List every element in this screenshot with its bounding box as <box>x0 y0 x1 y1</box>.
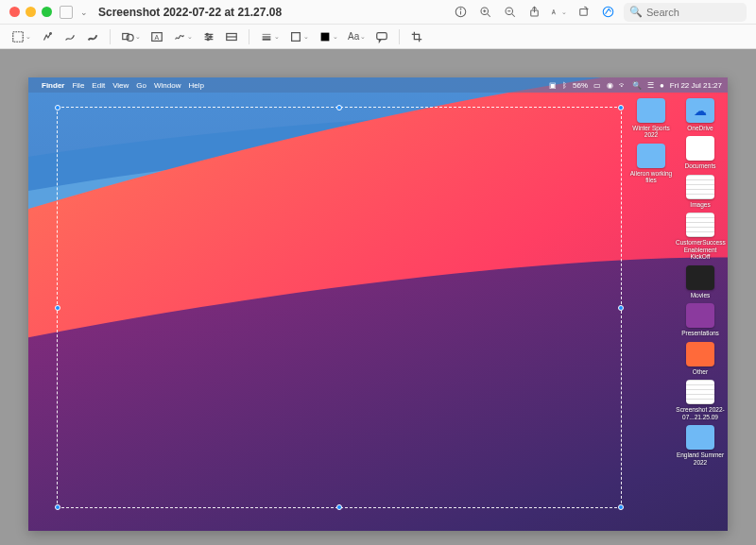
svg-rect-32 <box>377 32 387 39</box>
shapes-tool[interactable]: ⌄ <box>119 28 143 45</box>
text-tool[interactable]: A <box>148 28 165 45</box>
selection-handle[interactable] <box>336 504 342 510</box>
desktop-menubar: Finder File Edit View Go Window Help ▣ ᛒ… <box>28 77 728 93</box>
desktop-item-label: Other <box>676 368 725 375</box>
share-button[interactable] <box>525 4 542 21</box>
desktop-item-label: Screenshot 2022-07...21.25.09 <box>676 406 725 420</box>
desktop-item[interactable]: Images <box>679 175 722 208</box>
svg-rect-13 <box>13 31 24 42</box>
desktop-item-icon <box>686 342 714 366</box>
info-button[interactable] <box>452 4 469 21</box>
desktop-item-icon <box>686 303 714 328</box>
spotlight-icon: 🔍 <box>632 81 642 90</box>
desktop-item[interactable]: England Summer 2022 <box>679 425 722 466</box>
selection-tool[interactable]: ⌄ <box>9 28 33 45</box>
canvas-area: Finder File Edit View Go Window Help ▣ ᛒ… <box>0 49 756 545</box>
desktop-item-icon <box>637 144 665 168</box>
selection-handle[interactable] <box>55 105 60 111</box>
desktop-item-label: Documents <box>676 162 725 169</box>
desktop-item[interactable]: Screenshot 2022-07...21.25.09 <box>679 380 722 420</box>
selection-handle[interactable] <box>336 105 342 111</box>
markup-button[interactable] <box>599 4 616 21</box>
desktop-item-icon <box>686 425 714 450</box>
svg-point-23 <box>210 35 212 37</box>
stroke-width-tool[interactable]: ⌄ <box>258 28 282 45</box>
desktop-icons: Winter Sports 2022Aileron working files … <box>629 98 722 466</box>
selection-handle[interactable] <box>618 105 624 111</box>
fill-color-tool[interactable]: ⌄ <box>317 28 340 45</box>
svg-text:A: A <box>154 33 159 40</box>
highlight-button[interactable]: ⌄ <box>550 4 567 21</box>
markup-toolbar: ⌄ ⌄ A ⌄ ⌄ ⌄ ⌄ Aa⌄ <box>0 25 756 49</box>
inner-screenshot[interactable]: Finder File Edit View Go Window Help ▣ ᛒ… <box>28 77 728 531</box>
zoom-in-button[interactable] <box>476 4 493 21</box>
control-center-icon: ☰ <box>647 81 654 90</box>
fullscreen-window-button[interactable] <box>42 7 52 17</box>
selection-handle[interactable] <box>618 504 624 510</box>
menu-view: View <box>112 81 129 90</box>
svg-line-8 <box>511 14 514 17</box>
search-input[interactable] <box>646 7 741 18</box>
menubar-extra-icon: ▣ <box>549 81 557 90</box>
svg-rect-30 <box>292 32 301 41</box>
desktop-item-label: England Summer 2022 <box>676 451 725 466</box>
desktop-item-label: Presentations <box>676 330 725 336</box>
traffic-lights <box>9 7 52 17</box>
window-title: Screenshot 2022-07-22 at 21.27.08 <box>98 6 282 19</box>
desktop-item-label: Winter Sports 2022 <box>627 125 676 139</box>
svg-rect-31 <box>321 32 330 41</box>
crop-tool[interactable] <box>408 28 425 45</box>
selection-handle[interactable] <box>618 305 624 311</box>
preview-window: ⌄ Screenshot 2022-07-22 at 21.27.08 ⌄ 🔍 … <box>0 0 756 545</box>
minimize-window-button[interactable] <box>26 7 36 17</box>
search-box[interactable]: 🔍 <box>624 3 747 22</box>
desktop-item[interactable]: Aileron working files <box>629 144 673 184</box>
font-style-tool[interactable]: Aa⌄ <box>346 28 368 45</box>
menu-help: Help <box>188 81 203 90</box>
selection-handle[interactable] <box>55 504 60 510</box>
desktop-item[interactable]: Movies <box>679 265 722 298</box>
desktop-item[interactable]: Presentations <box>679 303 722 336</box>
desktop-item-icon: ☁ <box>686 98 714 123</box>
app-name: Finder <box>42 81 64 90</box>
svg-point-24 <box>207 38 209 40</box>
sign-tool[interactable]: ⌄ <box>171 28 195 45</box>
battery-icon: ▭ <box>593 81 601 90</box>
adjust-size-tool[interactable] <box>223 28 240 45</box>
svg-point-16 <box>127 34 133 41</box>
desktop-item-icon <box>637 98 665 123</box>
search-icon: 🔍 <box>629 6 643 18</box>
bluetooth-icon: ᛒ <box>562 81 567 90</box>
sketch-tool[interactable] <box>61 28 78 45</box>
stroke-color-tool[interactable]: ⌄ <box>287 28 311 45</box>
selection-marquee[interactable] <box>57 107 622 508</box>
adjust-color-tool[interactable] <box>200 28 217 45</box>
desktop-item[interactable]: Other <box>679 342 722 375</box>
menu-file: File <box>72 81 84 90</box>
draw-tool[interactable] <box>84 28 101 45</box>
desktop-item[interactable]: Winter Sports 2022 <box>629 98 673 139</box>
desktop-item[interactable]: ☁OneDrive <box>679 98 722 131</box>
desktop-item-label: Images <box>676 201 725 208</box>
airdrop-icon: ◉ <box>607 81 613 90</box>
desktop-item[interactable]: CustomerSuccess Enablement KickOff <box>679 213 722 260</box>
desktop-item[interactable]: Documents <box>679 136 722 169</box>
svg-point-22 <box>206 33 208 35</box>
desktop-item-icon <box>686 213 714 237</box>
siri-icon: ● <box>660 81 664 90</box>
menu-edit: Edit <box>92 81 105 90</box>
desktop-item-label: Aileron working files <box>627 170 676 184</box>
annotate-tool[interactable] <box>373 28 390 45</box>
rotate-button[interactable] <box>575 4 592 21</box>
svg-line-4 <box>487 14 490 17</box>
document-proxy-icon[interactable] <box>60 6 73 19</box>
desktop-item-label: Movies <box>676 292 725 298</box>
wifi-icon: ᯤ <box>619 81 627 90</box>
title-dropdown-chevron[interactable]: ⌄ <box>80 8 88 17</box>
instant-alpha-tool[interactable] <box>39 28 56 45</box>
selection-handle[interactable] <box>55 305 60 311</box>
zoom-out-button[interactable] <box>501 4 518 21</box>
svg-point-12 <box>603 7 613 17</box>
close-window-button[interactable] <box>9 7 20 17</box>
desktop-item-icon <box>686 175 714 199</box>
